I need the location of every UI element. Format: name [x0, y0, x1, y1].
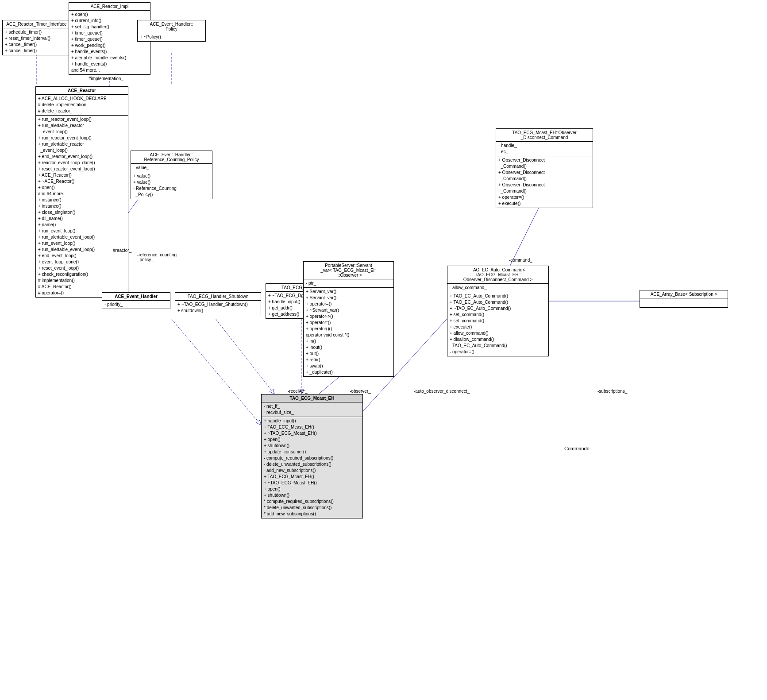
receiver-label: -receiver_ [288, 389, 307, 394]
tao-ecg-mcast-eh-title: TAO_ECG_Mcast_EH [262, 394, 362, 402]
tao-ecg-handler-shutdown-title: TAO_ECG_Handler_Shutdown [175, 293, 261, 301]
observer-label: -observer_ [350, 389, 371, 394]
ace-reactor-timer-interface-box: ACE_Reactor_Timer_Interface + schedule_t… [2, 20, 71, 55]
impl-timer-queue-2: + timer_queue() [71, 36, 148, 43]
svg-line-10 [171, 319, 261, 425]
method-schedule-timer: + schedule_timer() [5, 29, 68, 35]
commando-label: Commando [564, 446, 590, 451]
ace-event-handler-policy-title: ACE_Event_Handler::Policy [138, 20, 205, 33]
reference-counting-policy-label: -reference_counting_policy_ [137, 252, 177, 262]
impl-handle-events-2: + handle_events() [71, 61, 148, 67]
implementation-label: #implementation_ [89, 76, 123, 81]
subscriptions-label: -subscriptions_ [597, 389, 627, 394]
portable-server-servant-title: PortableServer::Servant_var< TAO_ECG_Mca… [304, 262, 393, 279]
reactor-delete-impl: # delete_implementation_ [38, 102, 126, 108]
ace-array-base-box: ACE_Array_Base< Subscription > [640, 290, 728, 308]
ace-array-base-title: ACE_Array_Base< Subscription > [640, 290, 728, 298]
ace-reactor-box: ACE_Reactor + ACE_ALLOC_HOOK_DECLARE # d… [35, 86, 128, 298]
tao-ec-auto-command-title: TAO_EC_Auto_Command<TAO_ECG_Mcast_EH::Ob… [447, 266, 548, 284]
method-cancel-timer-1: + cancel_timer() [5, 42, 68, 48]
reactor-delete-reactor: # delete_reactor_ [38, 108, 126, 114]
ace-event-handler-policy-box: ACE_Event_Handler::Policy + ~Policy() [137, 20, 206, 42]
tao-ecg-observer-disconnect-box: TAO_ECG_Mcast_EH::Observer_Disconnect_Co… [496, 128, 593, 208]
tao-ec-auto-command-box: TAO_EC_Auto_Command<TAO_ECG_Mcast_EH::Ob… [447, 266, 549, 356]
auto-observer-disconnect-label: -auto_observer_disconnect_ [414, 389, 470, 394]
ace-reactor-timer-interface-title: ACE_Reactor_Timer_Interface [3, 20, 70, 28]
ace-reactor-title: ACE_Reactor [36, 87, 128, 95]
impl-open: + open() [71, 12, 148, 18]
ace-reactor-impl-title: ACE_Reactor_Impl [69, 3, 150, 11]
command-label: -command_ [509, 258, 532, 263]
tao-ecg-observer-disconnect-title: TAO_ECG_Mcast_EH::Observer_Disconnect_Co… [496, 129, 593, 142]
diagram-container: ACE Reactor ACE_Reactor_Timer_Interface … [0, 0, 767, 700]
tao-ecg-mcast-eh-box: TAO_ECG_Mcast_EH - net_if_ - recvbuf_siz… [261, 394, 363, 518]
ace-event-handler-refcounting-title: ACE_Event_Handler::Reference_Counting_Po… [131, 151, 212, 164]
svg-line-11 [216, 319, 274, 394]
impl-more: and 54 more... [71, 67, 148, 73]
impl-handle-events: + handle_events() [71, 49, 148, 55]
portable-server-servant-box: PortableServer::Servant_var< TAO_ECG_Mca… [303, 261, 394, 377]
impl-set-sig-handler: + set_sig_handler() [71, 24, 148, 30]
ace-event-handler-title: ACE_Event_Handler [102, 293, 170, 301]
impl-current-info: + current_info() [71, 18, 148, 24]
reactor-alloc: + ACE_ALLOC_HOOK_DECLARE [38, 96, 126, 102]
method-reset-timer-interval: + reset_timer_interval() [5, 35, 68, 42]
impl-alertable-handle-events: + alertable_handle_events() [71, 55, 148, 61]
policy-destructor: + ~Policy() [140, 34, 203, 40]
tao-ecg-handler-shutdown-box: TAO_ECG_Handler_Shutdown + ~TAO_ECG_Hand… [175, 292, 261, 315]
impl-work-pending: + work_pending() [71, 43, 148, 49]
ace-event-handler-refcounting-box: ACE_Event_Handler::Reference_Counting_Po… [131, 151, 212, 199]
ace-event-handler-box: ACE_Event_Handler - priority_ [102, 292, 170, 309]
reactor-label: #reactor_ [113, 248, 131, 253]
impl-timer-queue-1: + timer_queue() [71, 30, 148, 36]
method-cancel-timer-2: + cancel_timer() [5, 48, 68, 54]
